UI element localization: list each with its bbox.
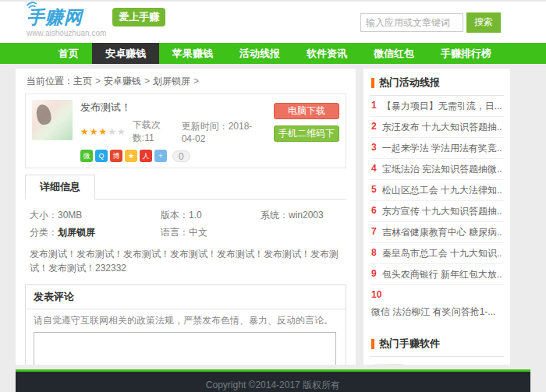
accent-bar: [371, 339, 374, 349]
comment-textarea[interactable]: [34, 332, 336, 365]
download-count: 下载次数:11: [133, 118, 176, 145]
news-rank: 2: [371, 121, 377, 134]
share-icon[interactable]: 人: [140, 150, 152, 162]
share-icon[interactable]: 微: [80, 150, 93, 162]
update-time: 更新时间：2018-04-02: [182, 120, 263, 144]
sidebar: 热门活动线报 1 【暴力项目】无需引流，日... 2 东汪发布 十九大知识答题抽…: [363, 69, 510, 365]
news-rank: 1: [371, 100, 377, 113]
news-text: 一起来学法 学法用法有奖竞...: [382, 142, 502, 155]
nav-item[interactable]: 苹果赚钱: [159, 43, 226, 64]
hot-news-item[interactable]: 6 东方宣传 十九大知识答题抽...: [370, 201, 504, 222]
pc-download-button[interactable]: 电脑下载: [274, 103, 339, 119]
hot-news-item[interactable]: 5 松山区总工会 十九大法律知...: [370, 180, 504, 201]
news-rank: 10: [371, 289, 381, 300]
hot-news-list: 1 【暴力项目】无需引流，日... 2 东汪发布 十九大知识答题抽... 3 一…: [370, 96, 504, 322]
hot-news-title: 热门活动线报: [379, 76, 440, 90]
news-text: 松山区总工会 十九大法律知...: [382, 184, 502, 197]
breadcrumb-link[interactable]: 安卓赚钱: [104, 76, 141, 87]
detail-tab-strip: 详细信息: [25, 175, 346, 200]
app-stats: ★★★★★ 下载次数:11 更新时间：2018-04-02: [80, 118, 263, 145]
breadcrumb-label: 当前位置：: [27, 76, 73, 87]
nav-item[interactable]: 手赚排行榜: [427, 43, 505, 64]
hot-news-item[interactable]: 2 东汪发布 十九大知识答题抽...: [370, 117, 504, 138]
hot-app-item[interactable]: 发布测试！ ★★★★★ 发布测试！: [370, 357, 504, 365]
news-text: 【暴力项目】无需引流，日...: [382, 100, 502, 113]
hot-news-item[interactable]: 7 吉林省健康教育中心 糖尿病...: [370, 222, 504, 243]
news-text: 东汪发布 十九大知识答题抽...: [382, 121, 502, 134]
detail-system: 系统：win2003: [261, 209, 342, 222]
hot-apps-title: 热门手赚软件: [379, 337, 440, 351]
hot-apps-header: 热门手赚软件: [370, 330, 504, 357]
news-text: 包头农商银行 新年红包大放...: [382, 268, 502, 281]
breadcrumb-link[interactable]: 划屏锁屏: [153, 76, 190, 87]
app-rating-stars: ★★★★★: [80, 126, 126, 137]
detail-size: 大小：30MB: [30, 209, 161, 222]
content-area: 当前位置：主页>安卓赚钱>划屏锁屏> 发布测试！ ★★★★★ 下载次数:11 更…: [0, 64, 546, 365]
share-icon[interactable]: Q: [95, 150, 108, 162]
news-rank: 6: [371, 205, 377, 218]
share-row: 微 Q 博 ★ 人 + 0: [80, 150, 263, 162]
news-text: 秦皇岛市总工会 十九大知识...: [382, 247, 502, 260]
hot-news-item[interactable]: 1 【暴力项目】无需引流，日...: [370, 96, 504, 117]
qrcode-download-button[interactable]: 手机二维码下: [274, 125, 339, 142]
comment-policy-notice: 请自觉遵守互联网相关的政策法规，严禁发布色情、暴力、反动的言论。: [26, 309, 346, 330]
nav-item[interactable]: 首页: [45, 43, 92, 64]
logo[interactable]: 手赚网 www.aishouzhuan.com 爱上手赚: [16, 8, 165, 37]
news-text: 吉林省健康教育中心 糖尿病...: [382, 226, 502, 239]
search-button[interactable]: 搜索: [466, 12, 501, 33]
hot-news-item[interactable]: 10 微信 法治柳江 有奖问答抢1-...: [370, 285, 504, 322]
site-url: www.aishouzhuan.com: [27, 29, 106, 37]
app-title: 发布测试！: [80, 101, 263, 115]
app-description: 发布测试！发布测试！发布测试！发布测试！发布测试！发布测试！发布测试！发布测试！…: [25, 242, 346, 281]
search-area: 搜索: [360, 12, 530, 33]
breadcrumb: 当前位置：主页>安卓赚钱>划屏锁屏>: [25, 69, 346, 94]
logo-slogan-badge: 爱上手赚: [112, 8, 165, 26]
hot-app-icon: [371, 364, 404, 365]
news-text: 微信 法治柳江 有奖问答抢1-...: [371, 305, 502, 319]
news-text: 东方宣传 十九大知识答题抽...: [382, 205, 502, 218]
news-rank: 3: [371, 142, 377, 155]
main-column: 当前位置：主页>安卓赚钱>划屏锁屏> 发布测试！ ★★★★★ 下载次数:11 更…: [16, 69, 356, 365]
tab-detail-info[interactable]: 详细信息: [25, 175, 95, 200]
share-icon[interactable]: 博: [110, 150, 122, 162]
news-rank: 9: [371, 268, 377, 281]
app-thumbnail-photo: [32, 100, 73, 140]
site-header: 手赚网 www.aishouzhuan.com 爱上手赚 搜索: [0, 0, 546, 43]
hot-news-header: 热门活动线报: [370, 69, 504, 96]
hot-news-item[interactable]: 4 宝坻法治 宪法知识答题抽微...: [370, 159, 504, 180]
signal-icon: [25, 0, 39, 12]
detail-language: 语言：中文: [161, 226, 261, 239]
news-text: 宝坻法治 宪法知识答题抽微...: [382, 163, 502, 176]
hot-news-item[interactable]: 8 秦皇岛市总工会 十九大知识...: [370, 243, 504, 264]
nav-item[interactable]: 微信红包: [360, 43, 427, 64]
share-count-badge: 0: [172, 150, 190, 162]
hot-news-item[interactable]: 3 一起来学法 学法用法有奖竞...: [370, 138, 504, 159]
main-nav: 首页 安卓赚钱 苹果赚钱 活动线报 软件资讯 微信红包 手赚排行榜: [0, 43, 546, 64]
app-actions: 电脑下载 手机二维码下: [271, 100, 339, 162]
app-info-box: 发布测试！ ★★★★★ 下载次数:11 更新时间：2018-04-02 微 Q: [25, 94, 346, 168]
search-input[interactable]: [360, 13, 463, 32]
news-rank: 7: [371, 226, 377, 239]
copyright-text: Copyright ©2014-2017 版权所有: [206, 379, 340, 392]
accent-bar: [371, 78, 374, 88]
detail-category: 分类：划屏锁屏: [30, 226, 161, 239]
comment-box: 发表评论 请自觉遵守互联网相关的政策法规，严禁发布色情、暴力、反动的言论。 用户…: [25, 284, 346, 365]
site-footer: Copyright ©2014-2017 版权所有: [0, 369, 546, 392]
category-link[interactable]: 划屏锁屏: [58, 227, 95, 238]
news-rank: 8: [371, 247, 377, 260]
news-rank: 5: [371, 184, 377, 197]
comment-box-title: 发表评论: [26, 285, 346, 309]
nav-item[interactable]: 软件资讯: [293, 43, 360, 64]
nav-item[interactable]: 活动线报: [226, 43, 293, 64]
hot-news-item[interactable]: 9 包头农商银行 新年红包大放...: [370, 264, 504, 285]
share-icon[interactable]: ★: [125, 150, 137, 162]
app-detail-grid: 大小：30MB 版本：1.0 系统：win2003 分类：划屏锁屏 语言：中文: [25, 200, 346, 242]
hot-apps-list: 发布测试！ ★★★★★ 发布测试！ 趣闻 趣闻天下 ★★★★★ 安卓手机文章分享…: [370, 357, 504, 365]
share-icon[interactable]: +: [154, 150, 167, 162]
breadcrumb-link[interactable]: 主页: [73, 76, 92, 87]
detail-version: 版本：1.0: [161, 209, 261, 222]
nav-item[interactable]: 安卓赚钱: [92, 43, 159, 64]
app-meta: 发布测试！ ★★★★★ 下载次数:11 更新时间：2018-04-02 微 Q: [73, 100, 271, 162]
news-rank: 4: [371, 163, 377, 176]
